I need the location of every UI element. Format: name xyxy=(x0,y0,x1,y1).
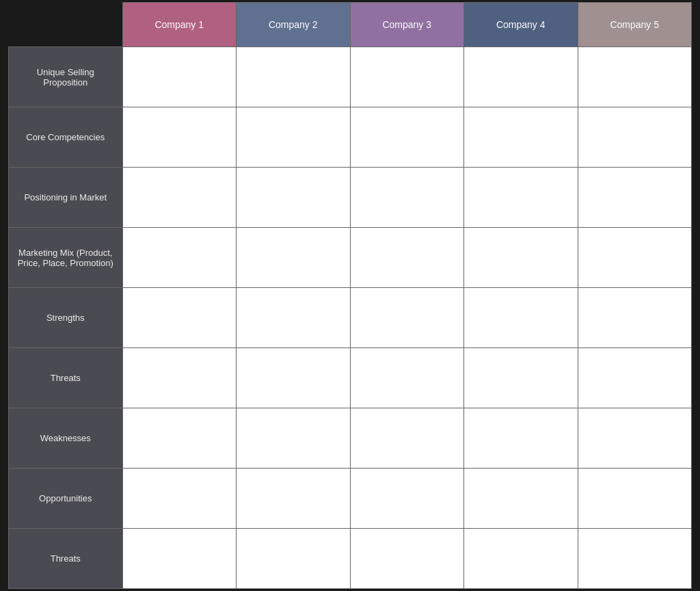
cell-opportunities-company1[interactable] xyxy=(122,469,237,529)
cell-core-company5[interactable] xyxy=(578,107,692,168)
competitive-analysis-table: Company 1 Company 2 Company 3 Company 4 … xyxy=(8,2,692,589)
row-header-opportunities: Opportunities xyxy=(9,469,123,529)
table-row: Threats xyxy=(9,529,692,589)
cell-strengths-company5[interactable] xyxy=(578,288,692,348)
row-header-threats1: Threats xyxy=(9,348,123,408)
cell-positioning-company3[interactable] xyxy=(350,168,464,228)
cell-strengths-company3[interactable] xyxy=(350,288,464,348)
cell-strengths-company1[interactable] xyxy=(122,288,237,348)
cell-core-company3[interactable] xyxy=(350,107,464,168)
cell-threats1-company5[interactable] xyxy=(578,348,692,408)
cell-strengths-company4[interactable] xyxy=(464,288,578,348)
table-row: Opportunities xyxy=(9,469,692,529)
cell-threats1-company4[interactable] xyxy=(464,348,578,408)
cell-weaknesses-company5[interactable] xyxy=(578,408,692,469)
cell-threats2-company1[interactable] xyxy=(122,529,237,589)
column-header-company4: Company 4 xyxy=(464,3,578,47)
corner-cell xyxy=(9,3,123,47)
column-header-company5: Company 5 xyxy=(578,3,692,47)
cell-weaknesses-company4[interactable] xyxy=(464,408,578,469)
cell-positioning-company5[interactable] xyxy=(578,168,692,228)
cell-core-company4[interactable] xyxy=(464,107,578,168)
table-row: Weaknesses xyxy=(9,408,692,469)
cell-marketing-company5[interactable] xyxy=(578,228,692,288)
cell-positioning-company2[interactable] xyxy=(237,168,351,228)
cell-usp-company3[interactable] xyxy=(350,47,464,107)
cell-positioning-company1[interactable] xyxy=(122,168,237,228)
cell-usp-company4[interactable] xyxy=(464,47,578,107)
cell-usp-company5[interactable] xyxy=(578,47,692,107)
table-row: Positioning in Market xyxy=(9,168,692,228)
cell-threats2-company3[interactable] xyxy=(350,529,464,589)
main-container: Company 1 Company 2 Company 3 Company 4 … xyxy=(0,0,700,591)
column-header-company2: Company 2 xyxy=(237,3,351,47)
cell-threats1-company2[interactable] xyxy=(237,348,351,408)
cell-threats1-company3[interactable] xyxy=(350,348,464,408)
cell-core-company2[interactable] xyxy=(237,107,351,168)
row-header-usp: Unique Selling Proposition xyxy=(9,47,123,107)
table-row: Marketing Mix (Product, Price, Place, Pr… xyxy=(9,228,692,288)
cell-opportunities-company4[interactable] xyxy=(464,469,578,529)
cell-marketing-company3[interactable] xyxy=(350,228,464,288)
table-row: Threats xyxy=(9,348,692,408)
row-header-positioning: Positioning in Market xyxy=(9,168,123,228)
cell-weaknesses-company3[interactable] xyxy=(350,408,464,469)
cell-threats2-company5[interactable] xyxy=(578,529,692,589)
cell-opportunities-company3[interactable] xyxy=(350,469,464,529)
column-header-company1: Company 1 xyxy=(122,3,237,47)
table-row: Unique Selling Proposition xyxy=(9,47,692,107)
cell-weaknesses-company1[interactable] xyxy=(122,408,237,469)
cell-threats2-company4[interactable] xyxy=(464,529,578,589)
row-header-marketing: Marketing Mix (Product, Price, Place, Pr… xyxy=(9,228,123,288)
cell-threats2-company2[interactable] xyxy=(237,529,351,589)
cell-threats1-company1[interactable] xyxy=(122,348,237,408)
column-header-company3: Company 3 xyxy=(350,3,464,47)
row-header-strengths: Strengths xyxy=(9,288,123,348)
cell-usp-company1[interactable] xyxy=(122,47,237,107)
cell-marketing-company2[interactable] xyxy=(237,228,351,288)
cell-strengths-company2[interactable] xyxy=(237,288,351,348)
cell-marketing-company1[interactable] xyxy=(122,228,237,288)
table-row: Core Competencies xyxy=(9,107,692,168)
cell-core-company1[interactable] xyxy=(122,107,237,168)
cell-opportunities-company2[interactable] xyxy=(237,469,351,529)
cell-positioning-company4[interactable] xyxy=(464,168,578,228)
row-header-threats2: Threats xyxy=(9,529,123,589)
table-row: Strengths xyxy=(9,288,692,348)
row-header-weaknesses: Weaknesses xyxy=(9,408,123,469)
cell-opportunities-company5[interactable] xyxy=(578,469,692,529)
row-header-core: Core Competencies xyxy=(9,107,123,168)
cell-weaknesses-company2[interactable] xyxy=(237,408,351,469)
cell-marketing-company4[interactable] xyxy=(464,228,578,288)
cell-usp-company2[interactable] xyxy=(237,47,351,107)
